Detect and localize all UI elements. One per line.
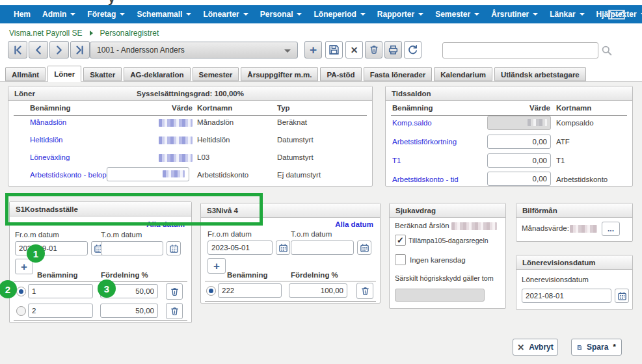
refresh-button[interactable] (404, 41, 421, 58)
saldo-row-link[interactable]: Komp.saldo (392, 119, 432, 127)
tab-pa-stod[interactable]: PA-stöd (320, 67, 361, 81)
print-button[interactable] (384, 41, 402, 58)
col-header-benamning: Benämning (392, 104, 433, 112)
menu-item-schemamall[interactable]: Schemamall (131, 10, 197, 19)
trash-icon (170, 287, 180, 297)
lonerevision-date-input[interactable] (522, 289, 611, 303)
s1-row2-dist-input[interactable] (100, 304, 158, 318)
search-icon[interactable] (601, 45, 613, 59)
s3-row1-radio[interactable] (206, 286, 216, 296)
s3-row1-name-input[interactable] (218, 283, 282, 298)
arbetstidskonto-tid-input[interactable] (487, 172, 551, 186)
tab-kalendarium[interactable]: Kalendarium (434, 67, 492, 81)
s1-to-calendar-button[interactable] (167, 241, 181, 255)
sjukavdrag-panel-header: Sjukavdrag (390, 203, 505, 218)
salary-row-link[interactable]: Arbetstidskonto - belopp (30, 171, 111, 179)
caret-down-icon (474, 13, 479, 16)
menu-item-rapporter[interactable]: Rapporter (371, 10, 429, 19)
s1-from-date-input[interactable] (15, 241, 88, 255)
rule-105-checkbox[interactable]: ✓ (395, 235, 406, 246)
print-icon (388, 44, 399, 55)
s3-row1-dist-input[interactable] (289, 283, 347, 298)
tab-semester[interactable]: Semester (193, 67, 239, 81)
menu-item-loneperiod[interactable]: Löneperiod (308, 10, 371, 19)
s3-add-row-button[interactable]: + (207, 258, 226, 274)
nav-prev-icon (33, 44, 44, 56)
tab-ag-deklaration[interactable]: AG-deklaration (124, 67, 190, 81)
salary-row-short: L03 (197, 153, 209, 161)
annotation-step-1: 1 (27, 244, 45, 263)
s1-row1-radio[interactable] (16, 287, 26, 296)
save-icon (328, 44, 340, 55)
atf-input[interactable] (487, 135, 551, 149)
saldo-row-link[interactable]: Arbetstisförkortning (392, 138, 457, 146)
record-last-button[interactable] (70, 41, 90, 58)
s1-row1-name-input[interactable] (28, 284, 93, 298)
record-prev-button[interactable] (29, 41, 48, 58)
s3-row1-delete-button[interactable] (356, 283, 373, 299)
s1-to-label: T.o.m datum (101, 231, 142, 239)
envelope-icon[interactable] (608, 10, 625, 20)
menu-item-admin[interactable]: Admin (36, 10, 81, 19)
s3-from-date-input[interactable] (207, 240, 273, 255)
annotation-step-3: 3 (98, 280, 116, 298)
spara-button[interactable]: Spara * (571, 339, 622, 356)
menu-item-foretag[interactable]: Företag (81, 10, 131, 19)
salary-row-link[interactable]: Månadslön (30, 118, 66, 126)
avbryt-button[interactable]: ✕ Avbryt (513, 339, 558, 356)
tab-skatter[interactable]: Skatter (83, 67, 122, 81)
saldo-row-link[interactable]: T1 (392, 157, 401, 164)
add-record-button[interactable]: + (304, 41, 322, 58)
save-record-button[interactable] (325, 41, 343, 58)
menu-item-arsrutiner[interactable]: Årsrutiner (485, 10, 544, 19)
tab-arsuppgifter[interactable]: Årsuppgifter m.m. (241, 67, 318, 81)
col-header-varde: Värde (498, 104, 550, 112)
sjukavdrag-panel: Sjukavdrag Beräknad årslön ✓ Tillämpa105… (389, 203, 506, 309)
s1-row2-name-input[interactable] (28, 304, 93, 318)
karensdag-checkbox[interactable] (395, 254, 406, 265)
s3-to-date-input[interactable] (291, 240, 354, 255)
s1-row2-delete-button[interactable] (166, 303, 183, 319)
menu-item-lankar[interactable]: Länkar (544, 10, 590, 19)
breadcrumb-current-link[interactable]: Personalregistret (100, 29, 159, 38)
t1-input[interactable] (487, 153, 551, 168)
tab-utlandsk-arbetstagare[interactable]: Utländsk arbetstagare (494, 67, 586, 81)
clipped-heading-fragment: y (108, 0, 115, 5)
salary-row-link[interactable]: Heltidslön (30, 136, 63, 144)
breadcrumb-root-link[interactable]: Visma.net Payroll SE (9, 29, 83, 38)
record-first-button[interactable] (8, 41, 27, 58)
s1-row2-radio[interactable] (16, 306, 26, 316)
salary-row-link[interactable]: Löneväxling (30, 153, 70, 161)
app-window: y Hem Admin Företag Schemamall Lönearter… (0, 0, 642, 364)
menu-item-personal[interactable]: Personal (254, 10, 308, 19)
record-next-button[interactable] (49, 41, 69, 58)
bilforman-more-button[interactable]: ... (602, 222, 620, 236)
tab-allmant[interactable]: Allmänt (5, 67, 46, 81)
caret-down-icon (243, 13, 248, 16)
highrisk-label: Särskilt högriskskydd gäller tom (395, 274, 494, 282)
menu-item-hem[interactable]: Hem (8, 10, 36, 19)
calendar-icon (617, 291, 627, 301)
tab-loner[interactable]: Löner (47, 66, 81, 82)
cancel-record-button[interactable]: ✕ (345, 41, 363, 58)
s3-col-fordelning: Fördelning % (291, 271, 338, 279)
s3-alla-datum-link[interactable]: Alla datum (335, 220, 373, 228)
delete-record-button[interactable] (365, 41, 382, 58)
menu-item-lonearter[interactable]: Lönearter (197, 10, 254, 19)
redacted-value (451, 222, 497, 230)
lonerevision-calendar-button[interactable] (615, 289, 629, 303)
col-header-benamning: Benämning (30, 104, 71, 112)
tab-fasta-lonerader[interactable]: Fasta lönerader (364, 67, 433, 81)
s1-to-date-input[interactable] (101, 241, 163, 255)
lonerevision-panel-header: Lönerevisionsdatum (516, 255, 632, 270)
caret-down-icon (120, 13, 125, 16)
search-input[interactable] (442, 42, 598, 58)
saldo-row-link[interactable]: Arbetstidskonto - tid (392, 176, 459, 183)
s3-from-calendar-button[interactable] (276, 240, 290, 255)
highrisk-date-input[interactable] (395, 289, 485, 302)
record-selector-dropdown[interactable]: 1001 - Andersson Anders (90, 42, 298, 58)
s3-to-calendar-button[interactable] (357, 240, 371, 255)
s1-row1-delete-button[interactable] (166, 283, 183, 300)
loner-panel: Löner Sysselsättningsgrad: 100,00% Benäm… (8, 86, 373, 187)
menu-item-semester[interactable]: Semester (429, 10, 485, 19)
